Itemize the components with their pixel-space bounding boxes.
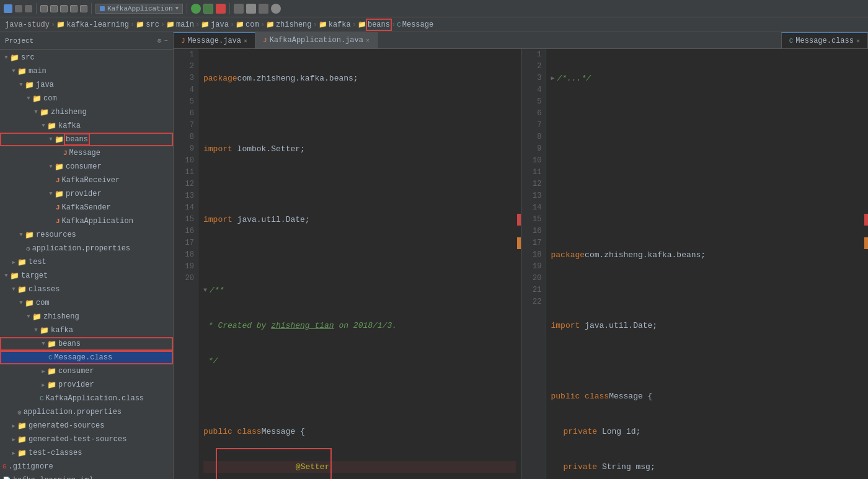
fold-icon-r1[interactable]: ▶: [551, 73, 555, 84]
tab-label-message-class: Message.class: [795, 37, 854, 45]
tab-close-message-class[interactable]: ✕: [856, 37, 860, 45]
tree-item-iml[interactable]: 📄 kafka-learning.iml: [0, 473, 173, 479]
fold-icon-l7[interactable]: ▼: [203, 284, 207, 296]
tree-item-message-class[interactable]: C Message.class: [0, 351, 173, 364]
arrow-classes: ▼: [10, 286, 17, 293]
tree-item-consumer-target[interactable]: ▶ 📁 consumer: [0, 364, 173, 378]
config-icon: [100, 6, 105, 11]
folder-icon-provider-target: 📁: [47, 380, 56, 390]
tree-item-kafkareceiver[interactable]: J KafkaReceiver: [0, 174, 173, 187]
tree-item-main[interactable]: ▼ 📁 main: [0, 64, 173, 78]
tree-item-consumer[interactable]: ▼ 📁 consumer: [0, 160, 173, 174]
tree-label-gen-test-src: generated-test-sources: [29, 435, 126, 444]
tree-label-target: target: [21, 271, 48, 280]
tree-item-app-prop-src[interactable]: ⚙ application.properties: [0, 242, 173, 255]
tree-item-resources[interactable]: ▼ 📁 resources: [0, 228, 173, 242]
bc-label-com: com: [246, 20, 259, 29]
tab-message-java[interactable]: J Message.java ✕: [174, 32, 255, 48]
tree-item-zhisheng[interactable]: ▼ 📁 zhisheng: [0, 105, 173, 119]
tree-item-kafkaapplication[interactable]: J KafkaApplication: [0, 214, 173, 228]
tree-label-classes: classes: [29, 285, 60, 294]
build-icon[interactable]: [234, 4, 244, 14]
sidebar-gear-icon[interactable]: ⚙: [157, 37, 162, 45]
tree-item-test[interactable]: ▶ 📁 test: [0, 255, 173, 269]
toolbar-sep-4: [229, 3, 230, 14]
tree-item-message-java[interactable]: J Message: [0, 146, 173, 160]
tree-item-src[interactable]: ▼ 📁 src: [0, 51, 173, 64]
tools-icon[interactable]: [246, 4, 256, 14]
tab-kafkaapplication-java[interactable]: J KafkaApplication.java ✕: [255, 32, 378, 48]
tree-item-kafkaapplication-class[interactable]: C KafkaApplication.class: [0, 392, 173, 405]
tree-label-main: main: [29, 67, 46, 76]
tree-item-beans-target[interactable]: ▼ 📁 beans: [0, 337, 173, 351]
code-line-r6: package com.zhisheng.kafka.beans;: [551, 249, 864, 261]
arrow-main: ▼: [10, 68, 17, 75]
bc-beans[interactable]: 📁 beans: [358, 20, 390, 29]
right-editor-content[interactable]: 12345 678910 1112131415 1617181920 2122 …: [521, 49, 869, 479]
bc-message[interactable]: C Message: [397, 20, 433, 29]
toolbar-icon-3[interactable]: [40, 5, 48, 12]
toolbar-icon-2[interactable]: [25, 5, 32, 12]
tree-item-java[interactable]: ▼ 📁 java: [0, 78, 173, 92]
bc-zhisheng[interactable]: 📁 zhisheng: [266, 20, 312, 29]
tree-item-kafka[interactable]: ▼ 📁 kafka: [0, 119, 173, 133]
tree-item-provider-target[interactable]: ▶ 📁 provider: [0, 378, 173, 392]
code-line-r8: import java.util.Date;: [551, 320, 864, 332]
toolbar-icon-4[interactable]: [50, 5, 58, 12]
debug-button[interactable]: [203, 4, 213, 14]
tab-close-message-java[interactable]: ✕: [244, 37, 247, 45]
code-line-l2: [203, 108, 516, 120]
tab-message-class[interactable]: C Message.class ✕: [781, 32, 868, 48]
tree-item-app-prop-target[interactable]: ⚙ application.properties: [0, 405, 173, 419]
bc-label-java: java: [211, 20, 229, 29]
code-line-l3: import lombok.Setter;: [203, 143, 516, 155]
run-button[interactable]: [191, 4, 201, 14]
bc-java-study[interactable]: java-study: [5, 20, 50, 29]
bc-main[interactable]: 📁 main: [166, 20, 194, 29]
toolbar: KafkaApplication ▼: [0, 0, 868, 17]
arrow-test-classes: ▶: [10, 449, 17, 457]
bc-java[interactable]: 📁 java: [201, 20, 229, 29]
folder-icon-beans: 📁: [55, 135, 64, 144]
toolbar-icon-7[interactable]: [80, 5, 87, 12]
tree-item-provider[interactable]: ▼ 📁 provider: [0, 187, 173, 201]
tree-item-zhisheng-target[interactable]: ▼ 📁 zhisheng: [0, 310, 173, 323]
toolbar-icon-0[interactable]: [4, 4, 12, 13]
stop-button[interactable]: [216, 4, 226, 14]
folder-icon-com: 📁: [32, 94, 42, 103]
help-icon[interactable]: [271, 4, 281, 14]
tree-item-beans[interactable]: ▼ 📁 beans: [0, 133, 173, 146]
tree-item-com-target[interactable]: ▼ 📁 com: [0, 296, 173, 310]
tree-item-classes[interactable]: ▼ 📁 classes: [0, 283, 173, 296]
toolbar-sep-1: [36, 3, 37, 14]
code-line-l11: public class Message {: [203, 426, 516, 437]
left-editor-content[interactable]: 12345 678910 1112131415 1617181920 packa…: [174, 49, 521, 479]
toolbar-icon-1[interactable]: [15, 5, 22, 12]
left-code-area[interactable]: package com.zhisheng.kafka.beans; import…: [198, 49, 521, 479]
toolbar-icon-6[interactable]: [70, 5, 78, 12]
tree-item-target[interactable]: ▼ 📁 target: [0, 269, 173, 283]
tree-label-kafkaapplication: KafkaApplication: [62, 217, 133, 226]
tree-item-gen-src[interactable]: ▶ 📁 generated-sources: [0, 419, 173, 433]
toolbar-icon-5[interactable]: [60, 5, 68, 12]
bc-kafka-learning[interactable]: 📁 kafka-learning: [56, 20, 129, 29]
tree-item-gen-test-src[interactable]: ▶ 📁 generated-test-sources: [0, 433, 173, 446]
sidebar-collapse-icon[interactable]: –: [164, 37, 168, 45]
run-config-dropdown[interactable]: KafkaApplication ▼: [95, 4, 183, 14]
tab-label-kafkaapplication-java: KafkaApplication.java: [270, 36, 363, 45]
file-icon-message-class: C: [48, 354, 53, 361]
tree-item-kafkasender[interactable]: J KafkaSender: [0, 201, 173, 214]
tab-close-kafkaapplication-java[interactable]: ✕: [366, 37, 370, 44]
folder-icon-consumer-target: 📁: [47, 367, 56, 376]
bc-src[interactable]: 📁 src: [136, 20, 159, 29]
tree-item-test-classes[interactable]: ▶ 📁 test-classes: [0, 446, 173, 460]
bc-kafka[interactable]: 📁 kafka: [319, 20, 351, 29]
tree-label-kafkaapplication-class: KafkaApplication.class: [46, 394, 144, 403]
vcs-icon[interactable]: [259, 4, 268, 14]
tree-item-com[interactable]: ▼ 📁 com: [0, 92, 173, 105]
tree-item-gitignore[interactable]: G .gitignore: [0, 460, 173, 473]
tree-item-kafka-target[interactable]: ▼ 📁 kafka: [0, 323, 173, 337]
tree-label-gen-src: generated-sources: [29, 421, 104, 430]
bc-com[interactable]: 📁 com: [236, 20, 259, 29]
right-code-area[interactable]: ▶ /*...*/ package com.zhisheng.kafka.bea…: [546, 49, 869, 479]
